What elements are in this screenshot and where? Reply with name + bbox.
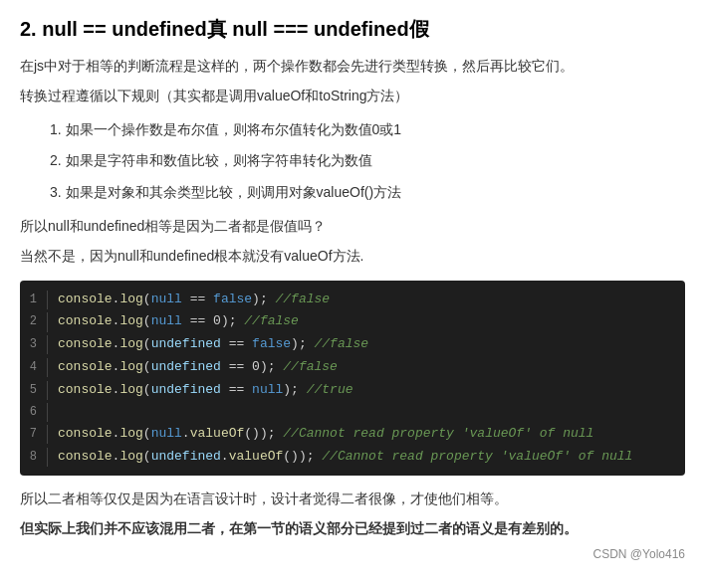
- list-item-1: 1. 如果一个操作数是布尔值，则将布尔值转化为数值0或1: [50, 118, 685, 142]
- code-block: 1console.log(null == false); //false2con…: [20, 281, 685, 477]
- code-line: 1console.log(null == false); //false: [20, 289, 685, 311]
- mid-para-1: 所以null和undefined相等是因为二者都是假值吗？: [20, 215, 685, 239]
- code-line: 5console.log(undefined == null); //true: [20, 379, 685, 402]
- footer-note: CSDN @Yolo416: [20, 547, 685, 561]
- intro-line-1: 在js中对于相等的判断流程是这样的，两个操作数都会先进行类型转换，然后再比较它们…: [20, 55, 685, 79]
- end-para-1: 所以二者相等仅仅是因为在语言设计时，设计者觉得二者很像，才使他们相等。: [20, 488, 685, 511]
- end-para-2: 但实际上我们并不应该混用二者，在第一节的语义部分已经提到过二者的语义是有差别的。: [20, 517, 685, 541]
- mid-para-2: 当然不是，因为null和undefined根本就没有valueOf方法.: [20, 245, 685, 269]
- intro-line-2: 转换过程遵循以下规则（其实都是调用valueOf和toString方法）: [20, 85, 685, 108]
- rule-list: 1. 如果一个操作数是布尔值，则将布尔值转化为数值0或1 2. 如果是字符串和数…: [50, 118, 685, 205]
- code-line: 7console.log(null.valueOf()); //Cannot r…: [20, 423, 685, 446]
- code-line: 2console.log(null == 0); //false: [20, 310, 685, 333]
- page-title: 2. null == undefined真 null === undefined…: [20, 16, 685, 43]
- list-item-2: 2. 如果是字符串和数值比较，则将字符串转化为数值: [50, 149, 685, 173]
- code-line: 8console.log(undefined.valueOf()); //Can…: [20, 446, 685, 469]
- list-item-3: 3. 如果是对象和其余类型比较，则调用对象valueOf()方法: [50, 181, 685, 205]
- code-line: 4console.log(undefined == 0); //false: [20, 356, 685, 379]
- code-line: 3console.log(undefined == false); //fals…: [20, 333, 685, 356]
- code-line: 6: [20, 402, 685, 423]
